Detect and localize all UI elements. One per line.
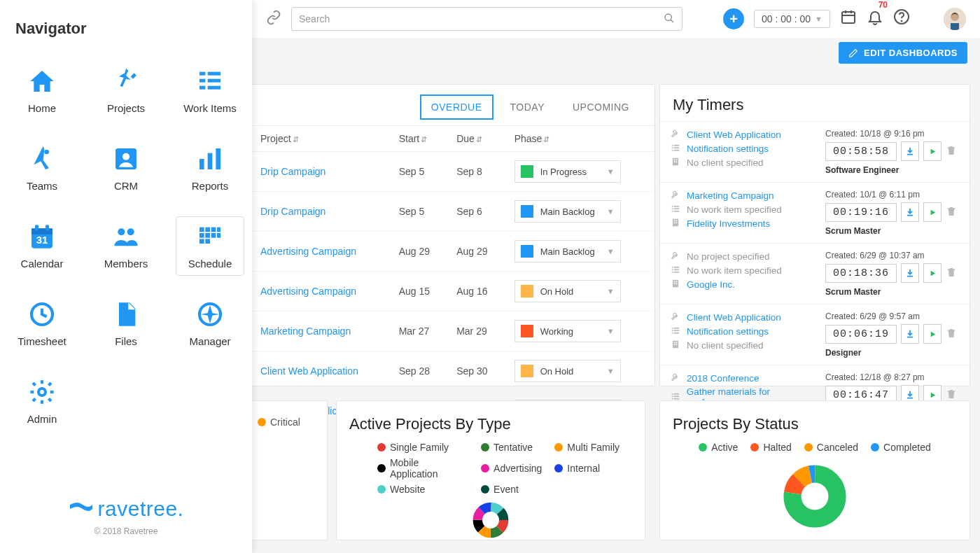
nav-item-files[interactable]: Files [84,295,168,353]
timer-project-link[interactable]: Client Web Application [687,130,781,140]
svg-rect-16 [46,225,49,230]
svg-rect-60 [673,219,678,227]
legend-label: Canceled [817,442,858,453]
download-button[interactable] [901,324,919,344]
play-button[interactable] [923,141,941,161]
timer-project-link[interactable]: 2018 Conference [687,373,760,384]
timer-workitem-link[interactable]: Notification settings [687,326,769,337]
phase-label: Main Backlog [540,246,600,257]
legend-label: Active [711,442,738,453]
start-cell: Mar 27 [391,312,448,351]
delete-button[interactable] [946,328,960,341]
project-link[interactable]: Advertising Campaign [260,286,356,297]
timer-workitem: No work item specified [687,204,782,215]
delete-button[interactable] [946,206,960,219]
th-phase[interactable]: Phase⇵ [506,126,654,152]
play-button[interactable] [923,324,941,344]
wrench-icon [670,190,681,202]
phase-select[interactable]: Main Backlog▼ [514,240,621,262]
legend-label: Website [390,484,425,495]
project-link[interactable]: Client Web Application [260,365,358,377]
dot-icon [377,485,386,493]
timer-workitem-link[interactable]: Notification settings [687,144,769,154]
due-cell: Sep 8 [448,152,505,192]
phase-select[interactable]: On Hold▼ [514,360,621,382]
global-timer[interactable]: 00 : 00 : 00▼ [754,10,830,28]
play-button[interactable] [923,263,941,283]
timer-row: Marketing CampaignNo work item specified… [660,182,969,243]
svg-rect-87 [672,393,673,394]
nav-item-home[interactable]: Home [0,62,84,120]
phase-select[interactable]: Main Backlog▼ [514,200,621,223]
tab-upcoming[interactable]: UPCOMING [561,94,640,120]
help-icon[interactable] [893,8,910,29]
timer-client-link[interactable]: Fidelity Investments [687,218,770,229]
nav-item-admin[interactable]: Admin [0,372,84,430]
nav-item-calendar[interactable]: 31Calendar [0,217,84,275]
play-button[interactable] [923,202,941,222]
nav-item-label: Schedule [188,258,232,270]
link-icon[interactable] [266,10,281,29]
nav-item-projects[interactable]: Projects [84,62,168,120]
panel-title: Active Projects By Type [337,401,645,442]
search-input[interactable] [291,7,682,31]
notifications-icon[interactable]: 70 [867,8,883,29]
wrench-icon [670,129,681,141]
nav-item-schedule[interactable]: Schedule [176,217,244,275]
timer-time: 00:06:19 [825,325,897,344]
svg-rect-34 [842,12,855,23]
svg-rect-26 [217,233,220,238]
swatch-icon [521,285,533,298]
delete-button[interactable] [946,145,960,158]
th-due[interactable]: Due⇵ [448,126,505,152]
delete-button[interactable] [946,388,960,402]
phase-select[interactable]: Working▼ [514,320,621,342]
th-start[interactable]: Start⇵ [391,126,448,152]
sidebar-title: Navigator [0,0,252,49]
avatar[interactable] [944,8,966,30]
download-button[interactable] [901,263,919,283]
svg-rect-68 [674,269,680,270]
svg-rect-80 [672,332,673,334]
nav-item-reports[interactable]: Reports [168,139,252,197]
nav-item-crm[interactable]: CRM [84,139,168,197]
project-link[interactable]: Marketing Campaign [260,326,351,337]
timer-client-link[interactable]: Google Inc. [687,279,735,290]
edit-dashboards-button[interactable]: EDIT DASHBOARDS [839,42,967,64]
timer-project-link[interactable]: Client Web Application [687,312,781,323]
th-project[interactable]: Project⇵ [252,126,391,152]
tab-overdue[interactable]: OVERDUE [420,94,493,120]
wrench-icon [670,251,681,262]
phase-select[interactable]: In Progress▼ [514,160,621,183]
nav-item-teams[interactable]: Teams [0,139,84,197]
project-link[interactable]: Drip Campaign [260,166,326,177]
nav-item-work-items[interactable]: Work Items [168,62,252,120]
svg-rect-27 [200,239,204,244]
nav-item-label: Projects [107,102,145,114]
svg-rect-72 [674,281,676,283]
start-cell: Sep 28 [391,351,448,391]
add-button[interactable]: + [723,8,744,29]
phase-select[interactable]: On Hold▼ [514,280,621,302]
admin-icon [28,378,56,406]
nav-item-manager[interactable]: Manager [168,295,252,353]
download-button[interactable] [901,202,919,222]
svg-text:31: 31 [36,234,48,246]
tab-today[interactable]: TODAY [499,94,556,120]
delete-button[interactable] [946,267,960,280]
svg-rect-24 [205,233,210,238]
download-button[interactable] [901,141,919,161]
project-link[interactable]: Drip Campaign [260,206,326,217]
notifications-badge: 70 [878,0,888,10]
nav-item-members[interactable]: Members [84,217,168,275]
svg-rect-54 [672,206,673,207]
svg-rect-64 [676,222,678,223]
timer-project-link[interactable]: Marketing Campaign [687,190,774,201]
chevron-down-icon: ▼ [607,167,615,176]
calendar-icon[interactable] [840,8,857,29]
active-projects-by-type-panel: Active Projects By Type Single FamilyTen… [336,400,645,540]
legend-label: Advertising [493,463,542,474]
nav-item-timesheet[interactable]: Timesheet [0,295,84,353]
timer-created: Created: 6/29 @ 10:37 am [825,251,960,260]
project-link[interactable]: Advertising Campaign [260,246,356,257]
